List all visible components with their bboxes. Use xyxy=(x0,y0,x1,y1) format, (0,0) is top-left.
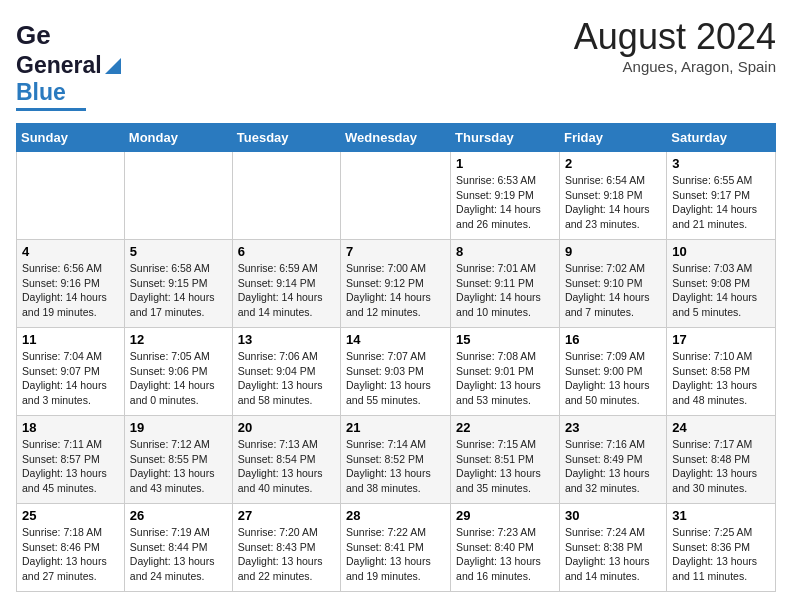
day-info: Sunrise: 7:06 AM Sunset: 9:04 PM Dayligh… xyxy=(238,349,335,408)
calendar-cell xyxy=(124,152,232,240)
day-number: 21 xyxy=(346,420,445,435)
calendar-cell: 22Sunrise: 7:15 AM Sunset: 8:51 PM Dayli… xyxy=(451,416,560,504)
day-of-week-header: Friday xyxy=(559,124,666,152)
day-number: 31 xyxy=(672,508,770,523)
day-info: Sunrise: 7:02 AM Sunset: 9:10 PM Dayligh… xyxy=(565,261,661,320)
day-number: 7 xyxy=(346,244,445,259)
day-info: Sunrise: 7:08 AM Sunset: 9:01 PM Dayligh… xyxy=(456,349,554,408)
day-info: Sunrise: 6:56 AM Sunset: 9:16 PM Dayligh… xyxy=(22,261,119,320)
calendar-cell: 1Sunrise: 6:53 AM Sunset: 9:19 PM Daylig… xyxy=(451,152,560,240)
day-of-week-header: Saturday xyxy=(667,124,776,152)
calendar-cell: 16Sunrise: 7:09 AM Sunset: 9:00 PM Dayli… xyxy=(559,328,666,416)
day-info: Sunrise: 6:58 AM Sunset: 9:15 PM Dayligh… xyxy=(130,261,227,320)
day-number: 8 xyxy=(456,244,554,259)
calendar-cell: 12Sunrise: 7:05 AM Sunset: 9:06 PM Dayli… xyxy=(124,328,232,416)
day-info: Sunrise: 6:59 AM Sunset: 9:14 PM Dayligh… xyxy=(238,261,335,320)
calendar-cell: 29Sunrise: 7:23 AM Sunset: 8:40 PM Dayli… xyxy=(451,504,560,592)
day-of-week-header: Tuesday xyxy=(232,124,340,152)
calendar-cell: 31Sunrise: 7:25 AM Sunset: 8:36 PM Dayli… xyxy=(667,504,776,592)
day-number: 2 xyxy=(565,156,661,171)
day-of-week-header: Thursday xyxy=(451,124,560,152)
day-number: 10 xyxy=(672,244,770,259)
logo-icon: General xyxy=(16,16,52,56)
calendar-cell: 27Sunrise: 7:20 AM Sunset: 8:43 PM Dayli… xyxy=(232,504,340,592)
calendar-cell: 17Sunrise: 7:10 AM Sunset: 8:58 PM Dayli… xyxy=(667,328,776,416)
day-number: 9 xyxy=(565,244,661,259)
calendar-cell: 30Sunrise: 7:24 AM Sunset: 8:38 PM Dayli… xyxy=(559,504,666,592)
calendar-cell: 28Sunrise: 7:22 AM Sunset: 8:41 PM Dayli… xyxy=(341,504,451,592)
logo-blue: Blue xyxy=(16,79,66,106)
calendar-cell xyxy=(17,152,125,240)
day-info: Sunrise: 7:07 AM Sunset: 9:03 PM Dayligh… xyxy=(346,349,445,408)
day-info: Sunrise: 7:15 AM Sunset: 8:51 PM Dayligh… xyxy=(456,437,554,496)
day-of-week-header: Sunday xyxy=(17,124,125,152)
day-info: Sunrise: 7:20 AM Sunset: 8:43 PM Dayligh… xyxy=(238,525,335,584)
logo-underline xyxy=(16,108,86,111)
day-number: 13 xyxy=(238,332,335,347)
svg-marker-1 xyxy=(105,58,121,74)
calendar-week-row: 25Sunrise: 7:18 AM Sunset: 8:46 PM Dayli… xyxy=(17,504,776,592)
calendar-cell: 18Sunrise: 7:11 AM Sunset: 8:57 PM Dayli… xyxy=(17,416,125,504)
logo-triangle-icon xyxy=(103,56,123,76)
calendar-cell: 11Sunrise: 7:04 AM Sunset: 9:07 PM Dayli… xyxy=(17,328,125,416)
day-number: 26 xyxy=(130,508,227,523)
page-header: General General Blue August 2024 Angues,… xyxy=(16,16,776,111)
day-number: 6 xyxy=(238,244,335,259)
calendar-cell: 26Sunrise: 7:19 AM Sunset: 8:44 PM Dayli… xyxy=(124,504,232,592)
calendar-cell: 8Sunrise: 7:01 AM Sunset: 9:11 PM Daylig… xyxy=(451,240,560,328)
day-number: 14 xyxy=(346,332,445,347)
day-number: 22 xyxy=(456,420,554,435)
day-number: 18 xyxy=(22,420,119,435)
calendar-cell: 10Sunrise: 7:03 AM Sunset: 9:08 PM Dayli… xyxy=(667,240,776,328)
logo-general: General xyxy=(16,52,102,79)
svg-text:General: General xyxy=(16,20,52,50)
day-number: 30 xyxy=(565,508,661,523)
calendar-cell: 6Sunrise: 6:59 AM Sunset: 9:14 PM Daylig… xyxy=(232,240,340,328)
day-number: 5 xyxy=(130,244,227,259)
day-number: 29 xyxy=(456,508,554,523)
day-info: Sunrise: 7:04 AM Sunset: 9:07 PM Dayligh… xyxy=(22,349,119,408)
calendar-cell: 2Sunrise: 6:54 AM Sunset: 9:18 PM Daylig… xyxy=(559,152,666,240)
day-number: 27 xyxy=(238,508,335,523)
day-info: Sunrise: 7:10 AM Sunset: 8:58 PM Dayligh… xyxy=(672,349,770,408)
calendar-cell: 4Sunrise: 6:56 AM Sunset: 9:16 PM Daylig… xyxy=(17,240,125,328)
calendar-cell xyxy=(341,152,451,240)
day-of-week-header: Wednesday xyxy=(341,124,451,152)
calendar-cell: 19Sunrise: 7:12 AM Sunset: 8:55 PM Dayli… xyxy=(124,416,232,504)
calendar-cell: 7Sunrise: 7:00 AM Sunset: 9:12 PM Daylig… xyxy=(341,240,451,328)
day-info: Sunrise: 7:11 AM Sunset: 8:57 PM Dayligh… xyxy=(22,437,119,496)
day-info: Sunrise: 6:55 AM Sunset: 9:17 PM Dayligh… xyxy=(672,173,770,232)
calendar-week-row: 18Sunrise: 7:11 AM Sunset: 8:57 PM Dayli… xyxy=(17,416,776,504)
day-info: Sunrise: 7:18 AM Sunset: 8:46 PM Dayligh… xyxy=(22,525,119,584)
calendar-cell xyxy=(232,152,340,240)
day-info: Sunrise: 7:19 AM Sunset: 8:44 PM Dayligh… xyxy=(130,525,227,584)
calendar-cell: 25Sunrise: 7:18 AM Sunset: 8:46 PM Dayli… xyxy=(17,504,125,592)
day-number: 17 xyxy=(672,332,770,347)
day-number: 4 xyxy=(22,244,119,259)
day-info: Sunrise: 6:53 AM Sunset: 9:19 PM Dayligh… xyxy=(456,173,554,232)
day-number: 11 xyxy=(22,332,119,347)
day-number: 16 xyxy=(565,332,661,347)
logo: General General Blue xyxy=(16,16,124,111)
location-subtitle: Angues, Aragon, Spain xyxy=(574,58,776,75)
day-info: Sunrise: 7:05 AM Sunset: 9:06 PM Dayligh… xyxy=(130,349,227,408)
calendar-week-row: 4Sunrise: 6:56 AM Sunset: 9:16 PM Daylig… xyxy=(17,240,776,328)
calendar-week-row: 1Sunrise: 6:53 AM Sunset: 9:19 PM Daylig… xyxy=(17,152,776,240)
day-number: 3 xyxy=(672,156,770,171)
calendar-cell: 21Sunrise: 7:14 AM Sunset: 8:52 PM Dayli… xyxy=(341,416,451,504)
day-info: Sunrise: 7:13 AM Sunset: 8:54 PM Dayligh… xyxy=(238,437,335,496)
calendar-cell: 20Sunrise: 7:13 AM Sunset: 8:54 PM Dayli… xyxy=(232,416,340,504)
calendar-cell: 5Sunrise: 6:58 AM Sunset: 9:15 PM Daylig… xyxy=(124,240,232,328)
day-of-week-header: Monday xyxy=(124,124,232,152)
day-number: 12 xyxy=(130,332,227,347)
day-info: Sunrise: 7:23 AM Sunset: 8:40 PM Dayligh… xyxy=(456,525,554,584)
day-number: 28 xyxy=(346,508,445,523)
month-year-title: August 2024 xyxy=(574,16,776,58)
day-info: Sunrise: 7:16 AM Sunset: 8:49 PM Dayligh… xyxy=(565,437,661,496)
calendar-cell: 9Sunrise: 7:02 AM Sunset: 9:10 PM Daylig… xyxy=(559,240,666,328)
day-number: 1 xyxy=(456,156,554,171)
calendar-table: SundayMondayTuesdayWednesdayThursdayFrid… xyxy=(16,123,776,592)
day-info: Sunrise: 7:24 AM Sunset: 8:38 PM Dayligh… xyxy=(565,525,661,584)
day-number: 25 xyxy=(22,508,119,523)
day-info: Sunrise: 7:09 AM Sunset: 9:00 PM Dayligh… xyxy=(565,349,661,408)
